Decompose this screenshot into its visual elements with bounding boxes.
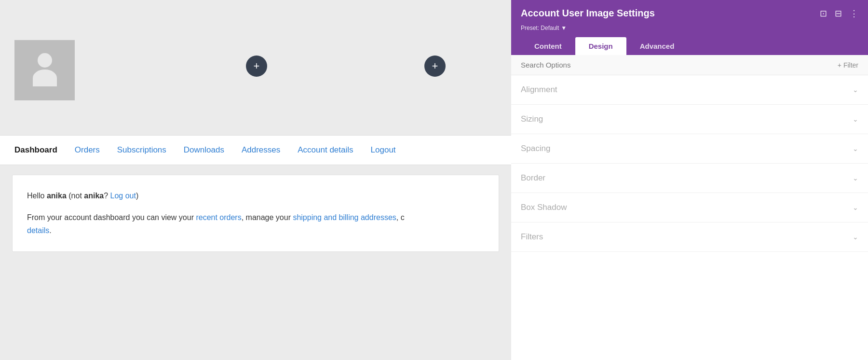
right-panel: Account User Image Settings ⊡ ⊟ ⋮ Preset… bbox=[511, 0, 868, 360]
nav-item-subscriptions[interactable]: Subscriptions bbox=[117, 145, 166, 155]
search-input[interactable] bbox=[521, 61, 838, 69]
chevron-box-shadow-icon: ⌄ bbox=[853, 204, 858, 211]
preset-label: Preset: Default bbox=[521, 25, 559, 31]
filter-label: + Filter bbox=[838, 61, 858, 69]
username-2: anika bbox=[84, 192, 104, 200]
section-border-header[interactable]: Border ⌄ bbox=[521, 164, 858, 193]
main-content: + + Dashboard Orders Subscriptions Downl… bbox=[0, 0, 511, 360]
section-alignment: Alignment ⌄ bbox=[511, 75, 868, 105]
chevron-spacing-icon: ⌄ bbox=[853, 145, 858, 152]
preset-arrow: ▼ bbox=[561, 25, 567, 31]
section-spacing: Spacing ⌄ bbox=[511, 134, 868, 164]
section-border: Border ⌄ bbox=[511, 164, 868, 193]
avatar-head bbox=[38, 53, 52, 68]
section-sizing-header[interactable]: Sizing ⌄ bbox=[521, 105, 858, 134]
description-text: From your account dashboard you can view… bbox=[27, 211, 484, 237]
section-filters: Filters ⌄ bbox=[511, 222, 868, 252]
tab-advanced[interactable]: Advanced bbox=[626, 37, 688, 55]
details-link[interactable]: details bbox=[27, 226, 49, 235]
nav-item-addresses[interactable]: Addresses bbox=[242, 145, 280, 155]
columns-icon[interactable]: ⊟ bbox=[835, 8, 842, 19]
nav-item-logout[interactable]: Logout bbox=[371, 145, 396, 155]
section-border-title: Border bbox=[521, 173, 545, 183]
section-spacing-header[interactable]: Spacing ⌄ bbox=[521, 134, 858, 163]
section-alignment-header[interactable]: Alignment ⌄ bbox=[521, 75, 858, 104]
avatar-figure bbox=[28, 53, 62, 87]
section-spacing-title: Spacing bbox=[521, 144, 550, 153]
add-button-2[interactable]: + bbox=[424, 55, 446, 77]
panel-title: Account User Image Settings bbox=[521, 8, 655, 19]
greeting-text: Hello anika (not anika? Log out) bbox=[27, 190, 484, 202]
nav-items: Dashboard Orders Subscriptions Downloads… bbox=[14, 145, 497, 155]
add-button-1[interactable]: + bbox=[246, 55, 267, 77]
nav-item-orders[interactable]: Orders bbox=[75, 145, 100, 155]
avatar bbox=[14, 40, 75, 100]
section-filters-header[interactable]: Filters ⌄ bbox=[521, 222, 858, 251]
expand-icon[interactable]: ⊡ bbox=[820, 8, 827, 19]
shipping-billing-link[interactable]: shipping and billing addresses bbox=[293, 213, 396, 222]
section-box-shadow: Box Shadow ⌄ bbox=[511, 193, 868, 222]
section-sizing: Sizing ⌄ bbox=[511, 105, 868, 134]
panel-preset[interactable]: Preset: Default ▼ bbox=[521, 24, 858, 31]
nav-section: Dashboard Orders Subscriptions Downloads… bbox=[0, 135, 511, 165]
section-box-shadow-title: Box Shadow bbox=[521, 203, 567, 212]
more-options-icon[interactable]: ⋮ bbox=[850, 8, 858, 19]
avatar-body bbox=[33, 69, 57, 86]
chevron-border-icon: ⌄ bbox=[853, 174, 858, 182]
chevron-sizing-icon: ⌄ bbox=[853, 115, 858, 123]
chevron-filters-icon: ⌄ bbox=[853, 233, 858, 241]
logout-link[interactable]: Log out bbox=[110, 192, 136, 200]
panel-tabs: Content Design Advanced bbox=[521, 37, 858, 55]
panel-header-icons: ⊡ ⊟ ⋮ bbox=[820, 8, 858, 19]
filter-button[interactable]: + Filter bbox=[838, 61, 858, 69]
panel-header: Account User Image Settings ⊡ ⊟ ⋮ Preset… bbox=[511, 0, 868, 55]
chevron-alignment-icon: ⌄ bbox=[853, 86, 858, 94]
content-card: Hello anika (not anika? Log out) From yo… bbox=[12, 175, 499, 252]
nav-item-account-details[interactable]: Account details bbox=[298, 145, 353, 155]
tab-content[interactable]: Content bbox=[521, 37, 575, 55]
nav-item-dashboard[interactable]: Dashboard bbox=[14, 145, 57, 155]
section-box-shadow-header[interactable]: Box Shadow ⌄ bbox=[521, 193, 858, 222]
tab-design[interactable]: Design bbox=[575, 37, 626, 55]
nav-item-downloads[interactable]: Downloads bbox=[184, 145, 224, 155]
section-filters-title: Filters bbox=[521, 232, 543, 242]
section-alignment-title: Alignment bbox=[521, 85, 557, 95]
recent-orders-link[interactable]: recent orders bbox=[196, 213, 241, 222]
panel-body: + Filter Alignment ⌄ Sizing ⌄ Spacing ⌄ bbox=[511, 55, 868, 360]
panel-title-row: Account User Image Settings ⊡ ⊟ ⋮ bbox=[521, 8, 858, 19]
username-1: anika bbox=[47, 192, 67, 200]
top-area: + + bbox=[0, 0, 511, 135]
section-sizing-title: Sizing bbox=[521, 114, 543, 124]
search-bar: + Filter bbox=[511, 55, 868, 75]
